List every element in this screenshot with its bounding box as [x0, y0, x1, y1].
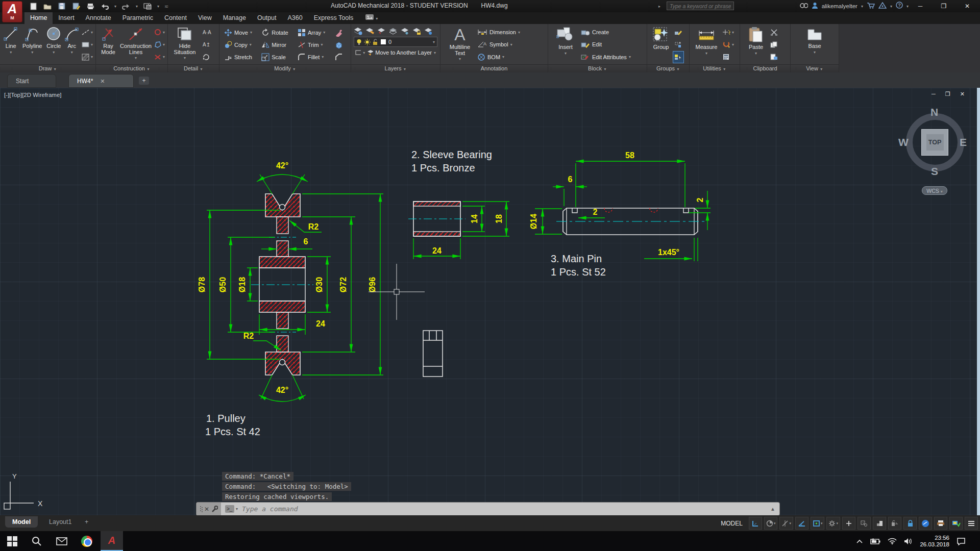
- circle-button[interactable]: Circle▾: [44, 25, 63, 64]
- file-tab-hw4[interactable]: HW4*✕: [68, 74, 134, 88]
- command-line[interactable]: ✕ >_ ▾ Type a command ▲: [197, 503, 779, 515]
- isolate-objects-toggle[interactable]: [888, 517, 901, 530]
- redo-dropdown[interactable]: ▾: [136, 4, 138, 9]
- minimize-button[interactable]: ─: [909, 0, 932, 12]
- workspace-icon[interactable]: [143, 2, 152, 10]
- polar-tracking-toggle[interactable]: [795, 517, 808, 530]
- erase-button[interactable]: [333, 27, 350, 39]
- ortho-toggle[interactable]: ▾: [779, 517, 793, 530]
- panel-label-utilities[interactable]: Utilities▼: [690, 64, 740, 72]
- action-center-icon[interactable]: [957, 537, 966, 545]
- panel-label-draw[interactable]: Draw▼: [0, 64, 95, 72]
- snap-settings-gear[interactable]: ▾: [826, 517, 840, 530]
- update-detail-mini-button[interactable]: [201, 52, 212, 63]
- redo-icon[interactable]: [121, 2, 131, 10]
- tab-insert[interactable]: Insert: [53, 12, 80, 24]
- customize-wrench-icon[interactable]: [211, 506, 218, 513]
- construction-polygon-mini-button[interactable]: ▾: [153, 39, 166, 50]
- id-point-icon[interactable]: ▾: [722, 27, 735, 38]
- dimension-button[interactable]: Dimension▾: [476, 26, 522, 38]
- group-selection-toggle[interactable]: [673, 52, 683, 63]
- workspace-switching-icon[interactable]: [949, 517, 963, 530]
- arc-button[interactable]: Arc▾: [63, 25, 80, 64]
- close-command-icon[interactable]: ✕: [204, 506, 209, 513]
- search-icon[interactable]: [800, 2, 808, 11]
- help-icon[interactable]: ?: [896, 2, 903, 11]
- tab-content[interactable]: Content: [159, 12, 192, 24]
- paste-button[interactable]: Paste▾: [743, 25, 769, 64]
- tab-express-tools[interactable]: Express Tools: [308, 12, 359, 24]
- layer-match-icon[interactable]: [365, 27, 374, 35]
- plot-status-icon[interactable]: [934, 517, 947, 530]
- tab-manage[interactable]: Manage: [217, 12, 252, 24]
- hardware-acceleration-toggle[interactable]: [919, 517, 932, 530]
- tab-parametric[interactable]: Parametric: [117, 12, 159, 24]
- wifi-icon[interactable]: [888, 538, 897, 544]
- base-view-button[interactable]: Base▾: [802, 25, 827, 64]
- file-tab-start[interactable]: Start: [7, 74, 56, 88]
- stretch-button[interactable]: Stretch: [223, 51, 259, 63]
- object-snap-toggle[interactable]: ▾: [811, 517, 825, 530]
- tab-home[interactable]: Home: [24, 12, 53, 24]
- tray-chevron-icon[interactable]: [856, 539, 863, 544]
- hatch-mini-button[interactable]: ▾: [81, 52, 94, 63]
- grid-snap-toggle[interactable]: [749, 517, 762, 530]
- panel-label-construction[interactable]: Construction▼: [96, 64, 167, 72]
- group-edit-icon[interactable]: [673, 27, 683, 38]
- a360-dropdown[interactable]: ▾: [890, 4, 892, 9]
- copy-button[interactable]: Copy▾: [223, 39, 259, 51]
- undo-icon[interactable]: [100, 2, 109, 10]
- add-status-item[interactable]: [842, 517, 855, 530]
- add-layout-tab[interactable]: +: [81, 516, 92, 528]
- layout1-tab[interactable]: Layout1: [42, 516, 79, 528]
- user-dropdown[interactable]: ▾: [861, 4, 863, 9]
- command-input[interactable]: Type a command: [242, 505, 298, 513]
- close-tab-icon[interactable]: ✕: [100, 78, 105, 84]
- search-collapse-arrow[interactable]: ▸: [658, 4, 660, 9]
- line-button[interactable]: Line▾: [1, 25, 20, 64]
- hide-situation-button[interactable]: Hide Situation▾: [169, 25, 201, 64]
- signed-in-user[interactable]: alikemalyelter: [822, 3, 857, 9]
- status-menu-hamburger[interactable]: [965, 517, 978, 530]
- symbol-button[interactable]: A Symbol▾: [476, 38, 522, 51]
- model-tab[interactable]: Model: [5, 516, 38, 528]
- maximize-button[interactable]: ❐: [932, 0, 955, 12]
- array-button[interactable]: Array▾: [296, 27, 332, 39]
- lock-ui-toggle[interactable]: [903, 517, 917, 530]
- taskbar-search-icon[interactable]: [26, 531, 48, 551]
- taskbar-clock[interactable]: 23:56 26.03.2018: [920, 535, 949, 548]
- section-line-mini-button[interactable]: A·A: [201, 27, 212, 38]
- speaker-icon[interactable]: [904, 538, 913, 545]
- featured-apps-icon[interactable]: [365, 13, 374, 21]
- drawing-canvas[interactable]: [-][Top][2D Wireframe] ─ ❐ ✕ N W E S TOP…: [0, 88, 980, 515]
- panel-label-annotation[interactable]: Annotation: [440, 64, 548, 72]
- search-input[interactable]: [667, 2, 734, 10]
- undo-dropdown[interactable]: ▾: [114, 4, 116, 9]
- move-to-layer-button[interactable]: ▾ Move to Another Layer▾: [354, 47, 437, 58]
- layer-isolate-icon[interactable]: [389, 27, 398, 35]
- erase-construction-mini-button[interactable]: ▾: [153, 52, 166, 63]
- open-folder-icon[interactable]: [43, 2, 52, 10]
- model-space-button[interactable]: MODEL: [717, 520, 747, 527]
- battery-icon[interactable]: [870, 538, 880, 544]
- construction-line-mini-button[interactable]: ▾: [81, 27, 94, 38]
- paste-special-icon[interactable]: [769, 52, 779, 63]
- panel-label-clipboard[interactable]: Clipboard: [740, 64, 790, 72]
- move-button[interactable]: Move▾: [223, 27, 259, 39]
- create-block-button[interactable]: Create: [579, 26, 632, 38]
- tab-a360[interactable]: A360: [282, 12, 308, 24]
- quick-select-icon[interactable]: ▾: [722, 39, 735, 50]
- polyline-button[interactable]: Polyline▾: [20, 25, 44, 64]
- fillet-button[interactable]: Fillet▾: [296, 51, 332, 63]
- explode-button[interactable]: [333, 39, 350, 51]
- trim-button[interactable]: Trim▾: [296, 39, 332, 51]
- panel-label-view[interactable]: View▼: [791, 64, 839, 72]
- measure-button[interactable]: Measure▾: [692, 25, 721, 64]
- layer-freeze-icon[interactable]: [401, 27, 409, 35]
- chamfer-button[interactable]: [333, 51, 350, 63]
- object-snap-tracking-toggle[interactable]: [857, 517, 871, 530]
- close-button[interactable]: ✕: [955, 0, 979, 12]
- construction-lines-button[interactable]: Construction Lines▾: [119, 25, 152, 64]
- detail-view-mini-button[interactable]: A↥: [201, 39, 212, 50]
- save-as-icon[interactable]: [71, 2, 81, 10]
